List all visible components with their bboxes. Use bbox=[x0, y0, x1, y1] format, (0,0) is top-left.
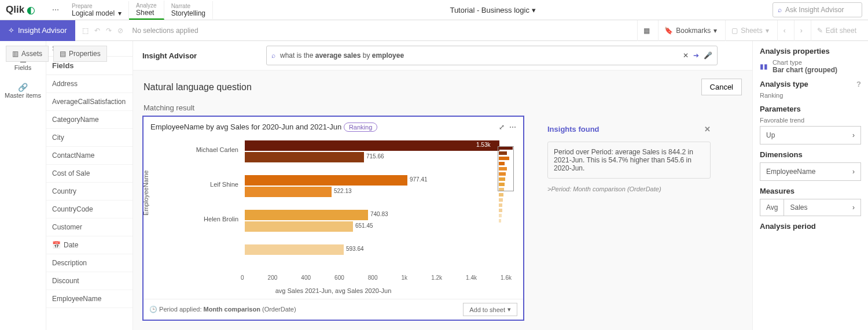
field-item[interactable]: Country bbox=[46, 183, 133, 201]
nav-prepare[interactable]: Prepare Logical model▾ bbox=[65, 1, 129, 19]
link-icon: 🔗 bbox=[0, 83, 46, 92]
insight-note: >Period: Month comparison (OrderDate) bbox=[539, 183, 719, 195]
period-footer: 🕒 Period applied: Month comparison (Orde… bbox=[149, 306, 296, 313]
analysis-type-title: Analysis type? bbox=[760, 80, 861, 88]
analysis-period-title: Analysis period bbox=[760, 222, 861, 231]
field-item[interactable]: Address bbox=[46, 75, 133, 93]
panel-icon: ▥ bbox=[12, 50, 19, 58]
next-sheet-icon[interactable]: › bbox=[794, 20, 808, 41]
ask-insight-input[interactable]: ⌕ Ask Insight Advisor bbox=[773, 2, 862, 17]
field-item[interactable]: CategoryName bbox=[46, 111, 133, 129]
clear-selection-icon[interactable]: ⊘ bbox=[117, 27, 123, 35]
field-item[interactable]: EmployeeName bbox=[46, 290, 133, 308]
field-item[interactable]: ContactName bbox=[46, 147, 133, 165]
field-item[interactable]: AverageCallSatisfaction bbox=[46, 93, 133, 111]
field-item[interactable]: Customer bbox=[46, 218, 133, 236]
clear-icon[interactable]: ✕ bbox=[683, 51, 689, 60]
submit-icon[interactable]: ➔ bbox=[693, 51, 699, 60]
more-icon[interactable]: ⋯ bbox=[509, 123, 516, 131]
insight-advisor-label: Insight Advisor bbox=[139, 51, 266, 60]
bar-label: Leif Shine bbox=[161, 181, 242, 188]
measure-select[interactable]: Avg Sales› bbox=[760, 199, 861, 216]
prev-sheet-icon[interactable]: ‹ bbox=[777, 20, 792, 41]
sparkle-icon: ✧ bbox=[8, 26, 14, 35]
matching-result-label: Matching result bbox=[133, 103, 752, 116]
bar-label: Helen Brolin bbox=[161, 216, 242, 223]
chevron-down-icon: ▾ bbox=[532, 6, 536, 14]
cancel-button[interactable]: Cancel bbox=[701, 79, 742, 95]
rail-master-items[interactable]: 🔗 Master items bbox=[0, 77, 46, 105]
y-axis-label: EmployeeName bbox=[142, 170, 149, 216]
step-fwd-icon[interactable]: ↷ bbox=[106, 27, 112, 35]
search-icon: ⌕ bbox=[778, 6, 782, 14]
nl-question-title: Natural language question bbox=[144, 82, 252, 92]
field-item[interactable]: City bbox=[46, 129, 133, 147]
assets-button[interactable]: ▥Assets bbox=[6, 46, 49, 62]
favorable-trend-label: Favorable trend bbox=[760, 117, 861, 124]
chevron-right-icon: › bbox=[852, 203, 855, 212]
parameters-title: Parameters bbox=[760, 105, 861, 113]
insight-advisor-button[interactable]: ✧ Insight Advisor bbox=[0, 20, 75, 41]
chevron-right-icon: › bbox=[852, 168, 855, 176]
help-icon[interactable]: ? bbox=[856, 80, 861, 88]
qlik-logo[interactable]: Qlik◐ bbox=[0, 4, 46, 16]
field-item[interactable]: Description bbox=[46, 254, 133, 272]
field-item[interactable]: Discount bbox=[46, 272, 133, 290]
x-axis: 02004006008001k1.2k1.4k1.6k bbox=[241, 275, 512, 283]
app-title[interactable]: Tutorial - Business logic ▾ bbox=[213, 6, 773, 14]
chart-minimap[interactable] bbox=[499, 146, 513, 256]
calendar-icon: 📅 bbox=[52, 241, 61, 249]
insights-title: Insights found bbox=[547, 125, 599, 134]
close-icon[interactable]: ✕ bbox=[704, 125, 711, 134]
analysis-type-value: Ranking bbox=[760, 92, 861, 99]
bar-chart-icon: ▮▮ bbox=[760, 62, 768, 71]
chart-type-label: Chart type bbox=[773, 59, 837, 66]
bar-label: Michael Carlen bbox=[161, 146, 242, 153]
favorable-trend-select[interactable]: Up› bbox=[760, 126, 861, 144]
selection-tool-icon[interactable]: ⬚ bbox=[82, 27, 89, 35]
field-item[interactable]: CountryCode bbox=[46, 201, 133, 218]
more-icon[interactable]: ⋯ bbox=[46, 6, 65, 14]
chart-title: EmployeeName by avg Sales for 2020-Jun a… bbox=[150, 123, 494, 131]
dimensions-title: Dimensions bbox=[760, 150, 861, 159]
measures-title: Measures bbox=[760, 187, 861, 195]
apps-icon[interactable]: ▦ bbox=[637, 20, 656, 41]
bookmarks-button[interactable]: 🔖 Bookmarks ▾ bbox=[658, 20, 723, 41]
x-axis-label: avg Sales 2021-Jun, avg Sales 2020-Jun bbox=[144, 287, 523, 294]
chevron-right-icon: › bbox=[852, 131, 855, 139]
insight-card[interactable]: Period over Period: average Sales is 844… bbox=[547, 142, 711, 179]
properties-button[interactable]: ▤Properties bbox=[53, 46, 107, 62]
chart-card: EmployeeName by avg Sales for 2020-Jun a… bbox=[142, 116, 524, 321]
search-icon: ⌕ bbox=[271, 51, 275, 60]
add-to-sheet-button[interactable]: Add to sheet ▾ bbox=[463, 303, 517, 316]
ranking-badge: Ranking bbox=[344, 123, 377, 132]
no-selections-label: No selections applied bbox=[129, 27, 198, 35]
nav-analyze[interactable]: Analyze Sheet bbox=[129, 1, 164, 20]
nav-narrate[interactable]: Narrate Storytelling bbox=[164, 1, 213, 19]
expand-icon[interactable]: ⤢ bbox=[499, 123, 505, 131]
clock-icon: 🕒 bbox=[149, 306, 157, 313]
chart-type-value: Bar chart (grouped) bbox=[773, 66, 837, 74]
edit-sheet-button[interactable]: ✎ Edit sheet bbox=[811, 20, 862, 41]
chevron-down-icon: ▾ bbox=[118, 9, 122, 17]
sheets-button[interactable]: ▢ Sheets ▾ bbox=[725, 20, 774, 41]
field-item[interactable]: Cost of Sale bbox=[46, 165, 133, 183]
mic-icon[interactable]: 🎤 bbox=[704, 51, 712, 60]
field-item[interactable]: 📅Date bbox=[46, 236, 133, 254]
insights-panel: Insights found ✕ Period over Period: ave… bbox=[539, 116, 719, 201]
panel-icon: ▤ bbox=[60, 50, 66, 58]
nl-search-input[interactable]: ⌕ what is the average sales by employee … bbox=[266, 46, 718, 65]
dimension-select[interactable]: EmployeeName› bbox=[760, 162, 861, 181]
step-back-icon[interactable]: ↶ bbox=[94, 27, 100, 35]
analysis-properties-title: Analysis properties bbox=[760, 47, 861, 55]
